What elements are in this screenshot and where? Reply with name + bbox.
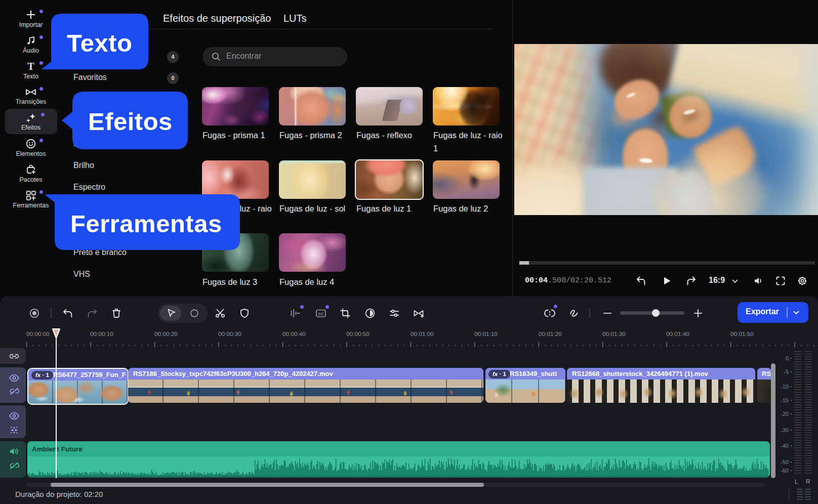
svg-text:T: T <box>27 61 34 72</box>
svg-text:CC: CC <box>318 312 324 316</box>
